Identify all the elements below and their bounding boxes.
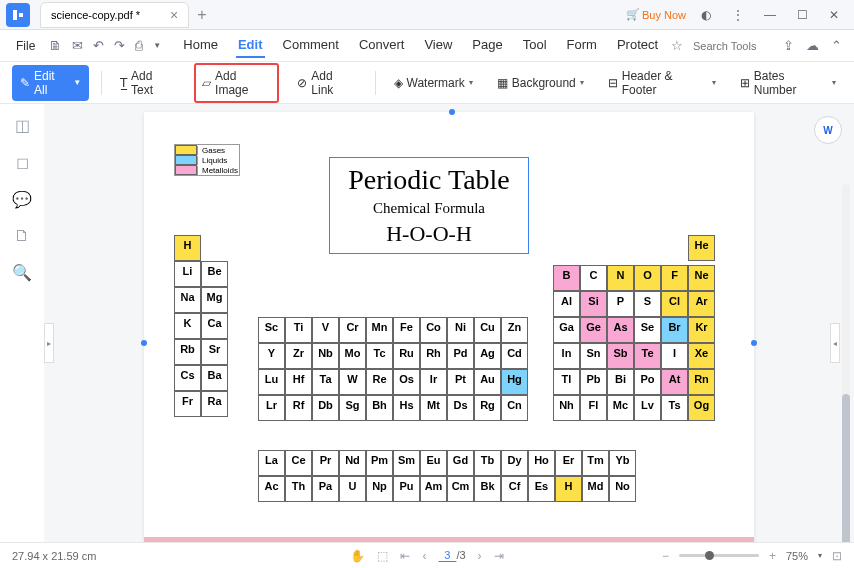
tab-page[interactable]: Page (470, 33, 504, 58)
expand-right-icon[interactable]: ◂ (830, 323, 840, 363)
watermark-button[interactable]: ◈Watermark▾ (388, 72, 479, 94)
mail-icon[interactable]: ✉ (70, 36, 85, 55)
add-image-button[interactable]: ▱Add Image (194, 63, 279, 103)
minimize-button[interactable]: — (758, 5, 782, 25)
element-Rb: Rb (174, 339, 201, 365)
last-page-icon[interactable]: ⇥ (494, 549, 504, 563)
element-Po: Po (634, 369, 661, 395)
footer-bar (144, 537, 754, 542)
user-icon[interactable]: ◐ (694, 5, 718, 25)
zoom-slider[interactable] (679, 554, 759, 557)
close-button[interactable]: ✕ (822, 5, 846, 25)
file-menu[interactable]: File (10, 37, 41, 55)
zoom-level: 75% (786, 550, 808, 562)
element-Mc: Mc (607, 395, 634, 421)
element-Fr: Fr (174, 391, 201, 417)
element-Co: Co (420, 317, 447, 343)
element-Pa: Pa (312, 476, 339, 502)
element-Rf: Rf (285, 395, 312, 421)
page-input[interactable] (438, 549, 456, 562)
tab-protect[interactable]: Protect (615, 33, 660, 58)
element-Pm: Pm (366, 450, 393, 476)
select-tool-icon[interactable]: ⬚ (377, 549, 388, 563)
redo-icon[interactable]: ↷ (112, 36, 127, 55)
element-Cn: Cn (501, 395, 528, 421)
add-tab-button[interactable]: + (197, 6, 206, 24)
share-icon[interactable]: ⇪ (781, 36, 796, 55)
bookmarks-icon[interactable]: ◻ (16, 153, 29, 172)
qat-dropdown[interactable]: ▼ (151, 39, 163, 52)
element-Mo: Mo (339, 343, 366, 369)
edit-toolbar: ✎ Edit All▼ T̲Add Text ▱Add Image ⊘Add L… (0, 62, 854, 104)
expand-left-icon[interactable]: ▸ (44, 323, 54, 363)
element-P: P (607, 291, 634, 317)
tab-form[interactable]: Form (565, 33, 599, 58)
cloud-icon[interactable]: ☁ (804, 36, 821, 55)
element-Nh: Nh (553, 395, 580, 421)
next-page-icon[interactable]: › (478, 549, 482, 563)
menubar: File 🗎 ✉ ↶ ↷ ⎙ ▼ HomeEditCommentConvertV… (0, 30, 854, 62)
thumbnails-icon[interactable]: ◫ (15, 116, 30, 135)
element-Cr: Cr (339, 317, 366, 343)
element-I: I (661, 343, 688, 369)
add-link-button[interactable]: ⊘Add Link (291, 65, 362, 101)
word-export-badge[interactable]: W (814, 116, 842, 144)
print-icon[interactable]: ⎙ (133, 36, 145, 55)
tab-convert[interactable]: Convert (357, 33, 407, 58)
element-Rg: Rg (474, 395, 501, 421)
zoom-dropdown[interactable]: ▾ (818, 551, 822, 560)
tab-home[interactable]: Home (181, 33, 220, 58)
element-Nd: Nd (339, 450, 366, 476)
element-Ga: Ga (553, 317, 580, 343)
collapse-icon[interactable]: ⌃ (829, 36, 844, 55)
background-button[interactable]: ▦Background▾ (491, 72, 590, 94)
element-Se: Se (634, 317, 661, 343)
hand-tool-icon[interactable]: ✋ (350, 549, 365, 563)
element-Ni: Ni (447, 317, 474, 343)
tab-comment[interactable]: Comment (281, 33, 341, 58)
search-panel-icon[interactable]: 🔍 (12, 263, 32, 282)
zoom-in-icon[interactable]: + (769, 549, 776, 563)
subtitle: Chemical Formula (346, 200, 512, 217)
element-Sg: Sg (339, 395, 366, 421)
add-text-button[interactable]: T̲Add Text (114, 65, 182, 101)
element-Er: Er (555, 450, 582, 476)
element-Be: Be (201, 261, 228, 287)
pdf-page[interactable]: GasesLiquidsMetalloids Periodic Table Ch… (144, 112, 754, 542)
tab-tool[interactable]: Tool (521, 33, 549, 58)
tab-view[interactable]: View (422, 33, 454, 58)
element-Mn: Mn (366, 317, 393, 343)
menu-icon[interactable]: ⋮ (726, 5, 750, 25)
scrollbar[interactable] (842, 184, 850, 542)
edit-all-button[interactable]: ✎ Edit All▼ (12, 65, 89, 101)
element-Os: Os (393, 369, 420, 395)
undo-icon[interactable]: ↶ (91, 36, 106, 55)
element-Sc: Sc (258, 317, 285, 343)
element-Ca: Ca (201, 313, 228, 339)
document-tab[interactable]: science-copy.pdf * × (40, 2, 189, 28)
prev-page-icon[interactable]: ‹ (422, 549, 426, 563)
tab-edit[interactable]: Edit (236, 33, 265, 58)
page-title: Periodic Table (346, 164, 512, 196)
comments-icon[interactable]: 💬 (12, 190, 32, 209)
buy-now-link[interactable]: 🛒Buy Now (626, 8, 686, 21)
p-block: BCNOFNeAlSiPSClArGaGeAsSeBrKrInSnSbTeIXe… (553, 265, 715, 421)
close-tab-icon[interactable]: × (170, 7, 178, 23)
maximize-button[interactable]: ☐ (790, 5, 814, 25)
element-Hf: Hf (285, 369, 312, 395)
first-page-icon[interactable]: ⇤ (400, 549, 410, 563)
element-Lv: Lv (634, 395, 661, 421)
statusbar: 27.94 x 21.59 cm ✋ ⬚ ⇤ ‹ /3 › ⇥ − + 75% … (0, 542, 854, 568)
element-Fe: Fe (393, 317, 420, 343)
search-tools-input[interactable] (693, 40, 773, 52)
bates-number-button[interactable]: ⊞Bates Number▾ (734, 65, 842, 101)
attachments-icon[interactable]: 🗋 (14, 227, 30, 245)
zoom-out-icon[interactable]: − (662, 549, 669, 563)
fit-page-icon[interactable]: ⊡ (832, 549, 842, 563)
element-Ge: Ge (580, 317, 607, 343)
header-footer-button[interactable]: ⊟Header & Footer▾ (602, 65, 722, 101)
element-Br: Br (661, 317, 688, 343)
save-icon[interactable]: 🗎 (47, 36, 64, 55)
element-Ar: Ar (688, 291, 715, 317)
app-icon (6, 3, 30, 27)
